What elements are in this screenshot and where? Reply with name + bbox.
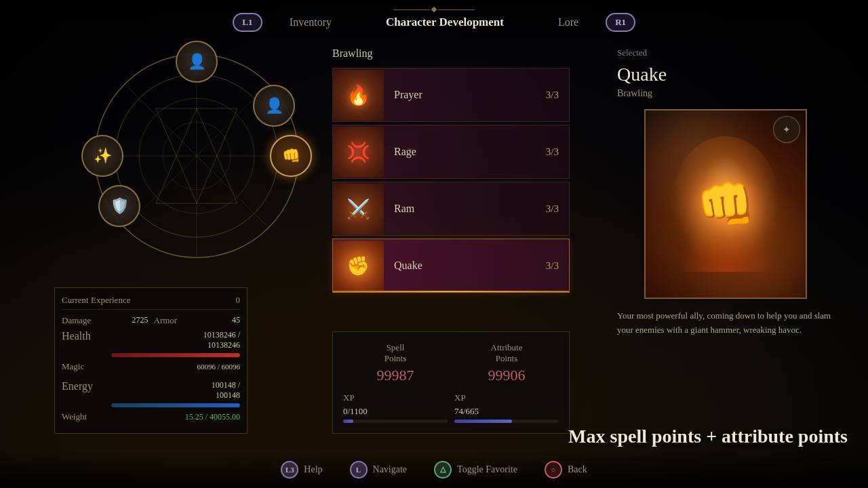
attribute-points-label: AttributePoints — [454, 342, 559, 364]
skill-info-rage: Rage — [384, 146, 569, 158]
nav-tabs: Inventory Character Development Lore — [290, 16, 578, 29]
damage-row: Damage 2725 — [62, 315, 149, 326]
skill-node-left[interactable]: ✨ — [81, 135, 123, 177]
selected-description: Your most powerful ally, coming down to … — [617, 309, 834, 338]
skills-section-title: Brawling — [332, 47, 570, 60]
energy-bar — [111, 403, 240, 407]
selected-title: Quake — [617, 64, 834, 85]
nav-left-button[interactable]: L1 — [233, 13, 262, 32]
energy-label: Energy — [62, 380, 106, 392]
selected-category: Brawling — [617, 88, 834, 99]
back-button[interactable]: ○ — [545, 461, 562, 479]
tab-character-development[interactable]: Character Development — [386, 16, 504, 29]
health-label: Health — [62, 330, 106, 342]
attribute-points-item: AttributePoints 99906 — [454, 342, 559, 384]
xp-right-item: XP 74/665 — [454, 392, 559, 423]
top-ornament — [393, 7, 475, 12]
xp-left-value: 0/1100 — [343, 406, 448, 417]
skill-node-right[interactable]: 👊 — [270, 135, 312, 177]
magic-weight-row: Magic 60096 / 60096 — [62, 361, 240, 376]
weight-row: Weight 15.25 / 40055.00 — [62, 411, 240, 422]
xp-left-item: XP 0/1100 — [343, 392, 448, 423]
skill-name-prayer: Prayer — [394, 89, 559, 101]
skill-rank-prayer: 3/3 — [546, 89, 559, 101]
xp-left-bar-fill — [343, 420, 353, 423]
skills-center-panel: Brawling 🔥 Prayer 3/3 💢 Rage 3/3 ⚔️ — [332, 47, 570, 293]
skill-item-rage[interactable]: 💢 Rage 3/3 — [332, 125, 570, 179]
skill-icon-quake: ✊ — [347, 255, 370, 277]
current-experience-label: Current Experience — [62, 295, 130, 306]
xp-right-label: XP — [454, 392, 559, 403]
toggle-label: Toggle Favorite — [457, 464, 517, 475]
back-label: Back — [568, 464, 587, 475]
bottom-bar: L3 Help L Navigate △ Toggle Favorite ○ B… — [0, 451, 868, 488]
tab-inventory[interactable]: Inventory — [290, 16, 332, 28]
top-navigation: L1 Inventory Character Development Lore … — [0, 0, 868, 44]
spell-points-item: SpellPoints 99987 — [343, 342, 448, 384]
weight-label: Weight — [62, 411, 106, 422]
armor-label: Armor — [154, 315, 198, 326]
skill-node-right-icon: 👊 — [282, 147, 300, 165]
skill-thumbnail-ram: ⚔️ — [333, 184, 384, 235]
health-value: 10138246 /10138246 — [111, 330, 240, 351]
selected-header: Selected — [617, 47, 834, 58]
xp-right-bar — [454, 420, 559, 423]
weight-value: 15.25 / 40055.00 — [106, 412, 240, 422]
health-row: Health 10138246 /10138246 — [62, 330, 240, 357]
xp-right-value: 74/665 — [454, 406, 559, 417]
skill-node-top-icon: 👤 — [188, 53, 206, 70]
navigate-button[interactable]: L — [350, 461, 368, 479]
skill-item-prayer[interactable]: 🔥 Prayer 3/3 — [332, 68, 570, 122]
skill-node-bottomleft[interactable]: 🛡️ — [98, 185, 140, 227]
energy-value: 100148 /100148 — [111, 380, 240, 401]
skill-node-top[interactable]: 👤 — [176, 41, 218, 83]
help-action[interactable]: L3 Help — [281, 461, 322, 479]
magic-value: 60096 / 60096 — [106, 363, 240, 371]
skill-name-quake: Quake — [394, 260, 559, 272]
skill-icon-rage: 💢 — [347, 141, 370, 163]
skill-wheel: 👤 👤 ✨ 👊 🛡️ — [88, 47, 305, 264]
armor-value: 45 — [198, 315, 241, 325]
energy-row: Energy 100148 /100148 — [62, 380, 240, 407]
selected-art: ✦ 👊 — [644, 109, 807, 299]
stats-panel: Current Experience 0 Damage 2725 Armor 4… — [54, 287, 248, 434]
skill-item-ram[interactable]: ⚔️ Ram 3/3 — [332, 182, 570, 236]
skill-list: 🔥 Prayer 3/3 💢 Rage 3/3 ⚔️ Ram — [332, 68, 570, 293]
xp-left-bar — [343, 420, 448, 423]
skill-name-rage: Rage — [394, 146, 559, 158]
skill-icon-prayer: 🔥 — [347, 84, 370, 106]
skill-rank-ram: 3/3 — [546, 203, 559, 215]
armor-row: Armor 45 — [154, 315, 241, 326]
skill-item-quake[interactable]: ✊ Quake 3/3 — [332, 239, 570, 293]
navigate-label: Navigate — [373, 464, 408, 475]
skill-node-topright[interactable]: 👤 — [253, 85, 295, 127]
selected-art-icon: 👊 — [696, 176, 755, 232]
help-label: Help — [304, 464, 322, 475]
points-panel: SpellPoints 99987 AttributePoints 99906 … — [332, 331, 570, 434]
tab-lore[interactable]: Lore — [558, 16, 578, 28]
skill-node-left-icon: ✨ — [94, 147, 112, 165]
selected-item-panel: Selected Quake Brawling ✦ 👊 Your most po… — [617, 47, 834, 338]
skill-thumbnail-quake: ✊ — [333, 241, 384, 291]
nav-right-button[interactable]: R1 — [606, 13, 635, 32]
magic-row: Magic 60096 / 60096 — [62, 361, 240, 372]
skill-node-bottomleft-icon: 🛡️ — [111, 197, 129, 215]
help-button[interactable]: L3 — [281, 461, 298, 479]
skill-info-quake: Quake — [384, 260, 569, 272]
points-grid: SpellPoints 99987 AttributePoints 99906 — [343, 342, 559, 384]
damage-label: Damage — [62, 315, 106, 326]
navigate-action[interactable]: L Navigate — [350, 461, 408, 479]
attribute-points-value: 99906 — [488, 367, 526, 384]
toggle-action[interactable]: △ Toggle Favorite — [434, 461, 517, 479]
toggle-button[interactable]: △ — [434, 461, 452, 479]
skill-info-prayer: Prayer — [384, 89, 569, 101]
skill-rank-rage: 3/3 — [546, 146, 559, 158]
health-bar — [111, 353, 240, 357]
spell-points-value: 99987 — [377, 367, 414, 384]
stats-two-col: Damage 2725 Armor 45 — [62, 315, 240, 330]
skill-icon-ram: ⚔️ — [347, 198, 370, 220]
xp-left-label: XP — [343, 392, 448, 403]
skill-info-ram: Ram — [384, 203, 569, 215]
back-action[interactable]: ○ Back — [545, 461, 587, 479]
damage-value: 2725 — [106, 315, 149, 325]
